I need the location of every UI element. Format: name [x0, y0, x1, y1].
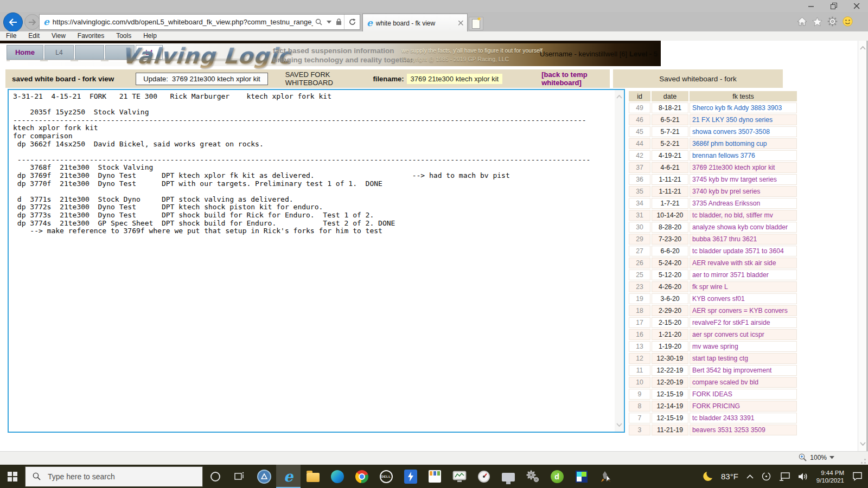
resize-grip[interactable] [858, 456, 866, 464]
test-link[interactable]: AER spr convers = KYB convers [692, 307, 788, 314]
internet-explorer-icon[interactable]: e [276, 465, 301, 488]
file-explorer-icon[interactable] [301, 465, 325, 488]
tab-close-icon[interactable] [458, 21, 463, 25]
scroll-up-icon[interactable] [616, 95, 622, 99]
tray-expand-icon[interactable] [746, 474, 754, 479]
test-link[interactable]: tc bladder, no bld, stiffer mv [692, 211, 773, 219]
valving-app-icon[interactable] [252, 465, 276, 488]
gauge-icon[interactable] [471, 465, 496, 488]
test-link[interactable]: revalveF2 for stkF1 airside [692, 319, 770, 326]
back-button[interactable] [3, 12, 23, 32]
test-link[interactable]: FORK PRICING [692, 402, 740, 410]
test-link[interactable]: FORK IDEAS [692, 390, 732, 398]
dell-icon[interactable]: DELL [374, 465, 398, 488]
test-link[interactable]: brennan fellows 3776 [692, 152, 755, 159]
taskbar-clock[interactable]: 9:44 PM 9/10/2021 [816, 469, 844, 484]
test-link[interactable]: analyze showa kyb conv bladder [692, 223, 788, 231]
scroll-down-icon[interactable] [616, 423, 622, 427]
tray-status-circle-icon[interactable] [762, 472, 771, 481]
test-link[interactable]: fk spr wire L [692, 283, 728, 291]
test-link[interactable]: aer to mirror 3571 bladder [692, 271, 769, 279]
test-link[interactable]: start tap testing ctg [692, 355, 748, 362]
test-link[interactable]: bubba 3617 thru 3621 [692, 235, 757, 243]
forward-button[interactable] [24, 14, 40, 30]
temperature-label[interactable]: 83°F [721, 472, 738, 481]
textarea-scrollbar[interactable] [615, 90, 624, 432]
test-link[interactable]: showa convers 3507-3508 [692, 128, 770, 136]
launcher-icon[interactable] [593, 465, 618, 488]
test-link[interactable]: beavers 3531 3253 3509 [692, 426, 765, 434]
network-icon[interactable] [779, 472, 790, 481]
test-link[interactable]: KYB convers sf01 [692, 295, 745, 303]
whiteboard-text[interactable]: 3-31-21 4-15-21 FORK 21 TE 300 Rick Marb… [13, 93, 612, 429]
test-link[interactable]: 3769 21te300 ktech xplor kit [692, 164, 775, 171]
start-button[interactable] [0, 465, 25, 488]
restore-button[interactable] [822, 0, 845, 12]
new-tab-button[interactable] [469, 17, 483, 30]
url-text[interactable]: https://valvinglogic.com/vdb/openL5_whit… [53, 18, 313, 26]
test-link[interactable]: mv wave spring [692, 343, 738, 350]
test-link[interactable]: 3686f phm bottoming cup [692, 140, 767, 147]
page-scroll-up-icon[interactable] [860, 46, 866, 50]
menu-file[interactable]: File [0, 31, 22, 41]
search-input[interactable] [47, 472, 184, 481]
address-bar[interactable]: e https://valvinglogic.com/vdb/openL5_wh… [39, 14, 360, 30]
flash-tool-icon[interactable] [398, 465, 423, 488]
back-to-temp-link[interactable]: [back to temp whiteboard] [541, 70, 610, 87]
username-label: Username - kevinstillwell [6] [540, 50, 627, 58]
menu-view[interactable]: View [46, 31, 72, 41]
nav-blank-button-1[interactable] [75, 45, 104, 60]
dyno-d-icon[interactable]: d [545, 465, 569, 488]
tab-favicon: e [367, 18, 373, 28]
zoom-dropdown-icon[interactable] [829, 456, 834, 459]
test-link[interactable]: Sherco kyb fk Addy 3883 3903 [692, 104, 782, 112]
nav-home-button[interactable]: Home [7, 45, 43, 60]
minimize-button[interactable] [800, 0, 822, 12]
taskbar-search[interactable] [25, 466, 203, 487]
zoom-control[interactable]: 100% [799, 453, 834, 461]
test-link[interactable]: 21 FX LKY 350 dyno series [692, 116, 773, 124]
clock-date: 9/10/2021 [816, 477, 844, 484]
chrome-icon[interactable] [349, 465, 374, 488]
menu-tools[interactable]: Tools [110, 31, 137, 41]
pixel-tool-icon[interactable] [569, 465, 593, 488]
menu-help[interactable]: Help [137, 31, 163, 41]
volume-icon[interactable] [798, 472, 808, 481]
favorites-star-icon[interactable] [812, 17, 822, 27]
test-link[interactable]: aer spr convers cut icspr [692, 331, 764, 338]
test-link[interactable]: tc bladder update 3571 to 3604 [692, 247, 784, 255]
nav-l4-button-1[interactable]: L4 [44, 45, 74, 60]
edge-icon[interactable] [325, 465, 349, 488]
browser-tab[interactable]: e white board - fk view [362, 14, 468, 32]
office-doc-icon[interactable] [423, 465, 447, 488]
refresh-button[interactable] [344, 15, 360, 29]
action-center-icon[interactable] [852, 472, 863, 481]
settings-gears-icon[interactable] [520, 465, 545, 488]
cortana-icon[interactable] [203, 465, 227, 488]
test-date: 3-6-20 [652, 293, 688, 304]
test-link[interactable]: Bert 3542 big improvement [692, 367, 771, 374]
window-titlebar[interactable] [0, 0, 868, 12]
page-scroll-down-icon[interactable] [860, 442, 866, 446]
feedback-smiley-icon[interactable] [843, 16, 853, 27]
home-icon[interactable] [797, 17, 807, 26]
menu-edit[interactable]: Edit [22, 31, 46, 41]
page-scrollbar[interactable] [858, 41, 866, 451]
close-button[interactable] [845, 0, 868, 12]
test-link[interactable]: tc bladder 2433 3391 [692, 414, 755, 422]
settings-gear-icon[interactable] [827, 16, 838, 27]
test-link[interactable]: 3735 Andreas Eriksson [692, 200, 760, 207]
dyno-graph-icon[interactable] [447, 465, 471, 488]
url-dropdown-icon[interactable] [327, 21, 331, 24]
search-icon[interactable] [315, 18, 322, 25]
whiteboard-textarea[interactable]: 3-31-21 4-15-21 FORK 21 TE 300 Rick Marb… [8, 89, 625, 433]
update-button[interactable]: Update: 3769 21te300 ktech xplor kit [136, 73, 267, 85]
weather-moon-icon[interactable] [702, 471, 713, 482]
remote-monitor-icon[interactable] [496, 465, 520, 488]
menu-favorites[interactable]: Favorites [72, 31, 110, 41]
test-link[interactable]: 3745 kyb bv mv target series [692, 176, 777, 183]
test-link[interactable]: AER revalve with stk air side [692, 259, 776, 267]
test-link[interactable]: compare scaled bv bld [692, 378, 758, 386]
task-view-icon[interactable] [227, 465, 252, 488]
test-link[interactable]: 3740 kyb bv prel series [692, 188, 760, 195]
